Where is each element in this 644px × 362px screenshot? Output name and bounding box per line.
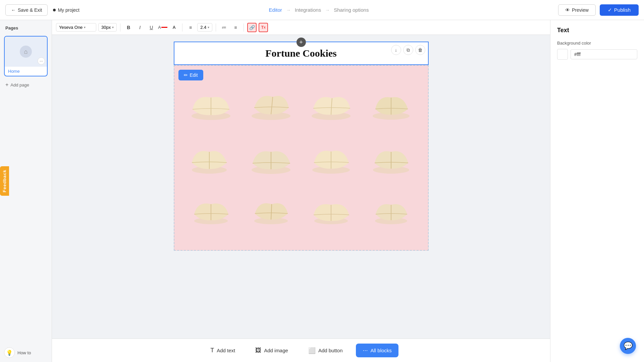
- add-text-button[interactable]: T Add text: [204, 344, 242, 357]
- bg-color-swatch[interactable]: [557, 49, 568, 60]
- line-height-select[interactable]: 2.4 ▾: [197, 23, 212, 32]
- page-card-home[interactable]: ⌂ ··· Home: [4, 36, 48, 76]
- cookie-cell-4: [361, 79, 421, 133]
- font-size-select[interactable]: 30px ▾: [98, 23, 117, 32]
- cookie-svg-10: [251, 198, 291, 225]
- how-to-label: How to: [17, 350, 31, 355]
- top-bar: ← Save & Exit My project Editor → Integr…: [0, 0, 644, 20]
- cookie-cell-2: [241, 79, 301, 133]
- eye-icon: 👁: [565, 7, 570, 13]
- page-home-icon: ⌂: [20, 46, 32, 58]
- how-to-section[interactable]: 💡 How to: [0, 343, 52, 362]
- underline-button[interactable]: U: [147, 23, 156, 32]
- unordered-list-button[interactable]: ≡: [231, 23, 240, 32]
- cookie-svg-4: [369, 91, 413, 121]
- ordered-list-button[interactable]: ≔: [219, 23, 229, 32]
- add-image-button[interactable]: 🖼 Add image: [249, 344, 295, 357]
- bulb-icon: 💡: [4, 347, 15, 358]
- cookie-svg-6: [249, 144, 293, 175]
- publish-button[interactable]: ✓ Publish: [600, 4, 639, 16]
- cookie-svg-1: [189, 91, 233, 121]
- preview-button[interactable]: 👁 Preview: [558, 4, 596, 16]
- back-arrow-icon: ←: [11, 7, 16, 13]
- right-panel: Text Background color: [550, 20, 644, 362]
- link-button[interactable]: 🔗: [247, 23, 257, 32]
- nav-editor[interactable]: Editor: [269, 7, 282, 13]
- move-down-button[interactable]: ↓: [391, 45, 401, 55]
- add-text-icon: T: [210, 347, 214, 354]
- add-button-button[interactable]: ⬜ Add button: [302, 344, 350, 358]
- add-image-icon: 🖼: [255, 347, 261, 354]
- text-color-button[interactable]: A: [158, 23, 167, 32]
- canvas: + Fortune Cookies ↓ ⧉ 🗑 ✏ Edit: [174, 42, 429, 251]
- text-toolbar: Yeseva One ▾ 30px ▾ B I U A A ≡ 2.4 ▾ ≔ …: [52, 20, 550, 35]
- edit-block-button[interactable]: ✏ Edit: [178, 70, 203, 80]
- cookie-cell-7: [301, 133, 361, 186]
- save-exit-button[interactable]: ← Save & Exit: [5, 4, 48, 16]
- font-size-chevron: ▾: [112, 25, 114, 29]
- clear-format-button[interactable]: Tx: [259, 23, 268, 32]
- nav-center: Editor → Integrations → Sharing options: [85, 7, 553, 13]
- page-more-button[interactable]: ···: [38, 57, 45, 65]
- cookie-cell-3: [301, 79, 361, 133]
- line-height-chevron: ▾: [208, 25, 209, 29]
- cookie-cell-11: [301, 186, 361, 237]
- check-icon: ✓: [608, 7, 612, 13]
- feedback-tab[interactable]: Feedback: [0, 166, 9, 196]
- cookie-cell-6: [241, 133, 301, 186]
- duplicate-button[interactable]: ⧉: [403, 45, 413, 55]
- cookie-cell-9: [181, 186, 241, 237]
- bg-color-label: Background color: [557, 41, 637, 46]
- bg-color-row: [557, 49, 637, 60]
- cookie-svg-11: [311, 198, 351, 225]
- add-button-icon: ⬜: [308, 347, 316, 354]
- cookie-svg-3: [309, 91, 353, 121]
- image-block[interactable]: ✏ Edit: [174, 65, 429, 251]
- plus-icon: +: [5, 82, 8, 88]
- italic-button[interactable]: I: [135, 23, 145, 32]
- toolbar-separator-2: [182, 23, 182, 32]
- all-blocks-button[interactable]: ··· All blocks: [356, 344, 398, 357]
- cookie-grid: [174, 66, 428, 250]
- panel-title: Text: [557, 27, 637, 34]
- editor-area: Yeseva One ▾ 30px ▾ B I U A A ≡ 2.4 ▾ ≔ …: [52, 20, 550, 362]
- cookie-svg-5: [189, 144, 233, 175]
- nav-arrow-1: →: [286, 7, 291, 13]
- cookie-svg-9: [191, 198, 231, 225]
- toolbar-separator-4: [244, 23, 244, 32]
- toolbar-separator-1: [120, 23, 120, 32]
- main-layout: Pages ⌂ ··· Home + Add page 💡 How to Yes…: [0, 20, 644, 362]
- bottom-toolbar: T Add text 🖼 Add image ⬜ Add button ··· …: [52, 339, 550, 362]
- cookie-svg-7: [309, 144, 353, 175]
- cookie-cell-12: [361, 186, 421, 237]
- nav-sharing[interactable]: Sharing options: [334, 7, 369, 13]
- nav-integrations[interactable]: Integrations: [295, 7, 321, 13]
- cookie-cell-8: [361, 133, 421, 186]
- align-center-button[interactable]: ≡: [186, 23, 195, 32]
- text-case-button[interactable]: A: [169, 23, 179, 32]
- cookie-svg-8: [369, 144, 413, 175]
- font-family-chevron: ▾: [84, 25, 86, 29]
- edit-icon: ✏: [184, 72, 188, 78]
- nav-arrow-2: →: [325, 7, 330, 13]
- project-name: My project: [53, 7, 79, 13]
- chat-fab-button[interactable]: 💬: [620, 338, 636, 354]
- page-home-label: Home: [5, 67, 47, 76]
- delete-block-button[interactable]: 🗑: [415, 45, 425, 55]
- cookie-cell-10: [241, 186, 301, 237]
- add-page-button[interactable]: + Add page: [0, 79, 52, 90]
- bold-button[interactable]: B: [124, 23, 133, 32]
- project-dot-icon: [53, 9, 56, 11]
- add-block-above-button[interactable]: +: [297, 38, 306, 47]
- block-actions: ↓ ⧉ 🗑: [391, 45, 425, 55]
- canvas-wrapper: + Fortune Cookies ↓ ⧉ 🗑 ✏ Edit: [52, 35, 550, 339]
- top-right-actions: 👁 Preview ✓ Publish: [558, 4, 639, 16]
- sidebar-title: Pages: [0, 20, 52, 33]
- text-block[interactable]: + Fortune Cookies ↓ ⧉ 🗑: [174, 42, 429, 65]
- cookie-svg-12: [371, 198, 411, 225]
- all-blocks-icon: ···: [363, 347, 368, 354]
- cookie-svg-2: [249, 91, 293, 121]
- bg-color-input[interactable]: [571, 49, 637, 59]
- cookie-cell-5: [181, 133, 241, 186]
- font-family-select[interactable]: Yeseva One ▾: [56, 23, 96, 32]
